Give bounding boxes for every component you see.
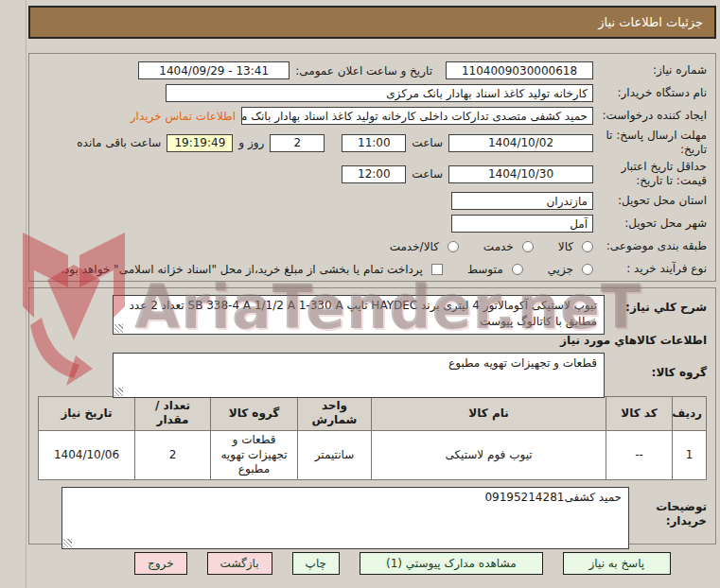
col-item-code: کد کالا: [606, 396, 673, 430]
treasury-note: پرداخت تمام یا بخشی از مبلغ خرید،از محل …: [61, 263, 423, 276]
goods-group-label: گروه کالا:: [610, 353, 707, 381]
validity-date-field[interactable]: 1404/10/30: [448, 165, 593, 183]
goods-radio[interactable]: [582, 241, 593, 252]
cell-item-name: تیوب فوم لاستیکی: [372, 430, 606, 479]
goods-group-textarea[interactable]: قطعات و تجهیزات تهویه مطبوع: [113, 353, 605, 398]
minor-radio[interactable]: [582, 264, 593, 275]
announce-datetime-field[interactable]: 1404/09/29 - 13:41: [138, 61, 290, 79]
col-item-group: گروه کالا: [211, 396, 298, 430]
cell-item-code: --: [606, 430, 673, 479]
row-response-deadline: مهلت ارسال پاسخ: تا تاریخ: 1404/10/02 سا…: [38, 129, 707, 157]
category-option-goods: کالا: [558, 240, 593, 253]
cell-need-date: 1404/10/06: [39, 430, 135, 479]
page-title: جزئیات اطلاعات نیاز: [598, 15, 703, 29]
goods-radio-label: کالا: [558, 240, 573, 253]
back-button[interactable]: بازگشت: [207, 552, 272, 575]
resize-grip-icon[interactable]: [114, 324, 123, 333]
cell-quantity: 2: [135, 430, 211, 479]
col-quantity: تعداد / مقدار: [135, 396, 211, 430]
row-need-number: شماره نیاز: 1104009030000618 تاریخ و ساع…: [38, 61, 707, 80]
col-unit: واحد شمارش: [298, 396, 372, 430]
city-field[interactable]: آمل: [451, 215, 593, 233]
service-radio-label: خدمت: [483, 240, 514, 253]
deadline-date-field[interactable]: 1404/10/02: [448, 134, 593, 152]
need-number-field[interactable]: 1104009030000618: [446, 61, 593, 79]
deadline-label: مهلت ارسال پاسخ: تا تاریخ:: [599, 129, 707, 157]
buyer-contact-link[interactable]: اطلاعات تماس خریدار: [131, 110, 236, 123]
request-info-panel: شماره نیاز: 1104009030000618 تاریخ و ساع…: [28, 53, 716, 282]
remaining-suffix-label: ساعت باقی مانده: [77, 136, 161, 149]
col-row-number: ردیف: [673, 396, 707, 430]
row-goods-group: گروه کالا: قطعات و تجهیزات تهویه مطبوع: [38, 353, 707, 389]
goods-section-title: اطلاعات کالاهاي مورد نیاز: [38, 334, 707, 347]
treasury-option: پرداخت تمام یا بخشی از مبلغ خرید،از محل …: [61, 263, 443, 276]
exit-button[interactable]: خروج: [134, 552, 187, 575]
page-left-divider: [26, 0, 26, 588]
treasury-checkbox[interactable]: [431, 264, 443, 275]
row-city: شهر محل تحویل: آمل: [38, 214, 707, 233]
category-option-goods-service: کالا/خدمت: [390, 240, 459, 253]
validity-hour-label: ساعت: [412, 167, 443, 181]
goods-group-text: قطعات و تجهیزات تهویه مطبوع: [448, 356, 597, 370]
resize-grip-icon[interactable]: [63, 539, 72, 547]
row-buyer-org: نام دستگاه خریدار: کارخانه تولید کاغذ اس…: [38, 83, 707, 103]
cell-item-group: قطعات و تجهیزات تهویه مطبوع: [211, 430, 298, 479]
goods-info-panel: شرح کلي نیاز: تیوپ لاستیکی آکومالاتور 4 …: [28, 287, 716, 545]
process-option-medium: متوسط: [467, 263, 523, 276]
print-button[interactable]: چاپ: [292, 552, 340, 575]
items-table-header-row: ردیف کد کالا نام کالا واحد شمارش گروه کا…: [39, 396, 707, 430]
minor-radio-label: جزیي: [548, 263, 573, 276]
remaining-days-field[interactable]: 2: [270, 134, 325, 152]
page-title-bar: جزئیات اطلاعات نیاز: [28, 6, 716, 39]
resize-grip-icon[interactable]: [114, 388, 123, 396]
buyer-org-label: نام دستگاه خریدار:: [599, 86, 707, 100]
validity-label: حداقل تاریخ اعتبار قیمت: تا تاریخ:: [599, 160, 707, 188]
province-field[interactable]: مازندران: [451, 192, 593, 210]
creator-field[interactable]: حمید کشفی متصدی تدارکات داخلی کارخانه تو…: [241, 107, 593, 125]
table-row: 1 -- تیوب فوم لاستیکی سانتیمتر قطعات و ت…: [39, 430, 707, 479]
category-label: طبقه بندی موضوعی:: [599, 239, 707, 253]
buyer-notes-text: حمید کشفی09195214281: [484, 491, 622, 504]
service-radio[interactable]: [522, 241, 534, 252]
col-need-date: تاریخ نیاز: [39, 396, 135, 430]
process-label: نوع فرآیند خرید :: [599, 262, 707, 276]
province-label: استان محل تحویل:: [599, 194, 707, 208]
medium-radio[interactable]: [512, 264, 523, 275]
days-and-label: روز و: [238, 136, 264, 149]
row-province: استان محل تحویل: مازندران: [38, 191, 707, 211]
row-price-validity: حداقل تاریخ اعتبار قیمت: تا تاریخ: 1404/…: [38, 160, 707, 188]
respond-to-need-button[interactable]: پاسخ به نیاز: [563, 552, 672, 575]
buyer-notes-label: توضیحات خریدار:: [635, 487, 707, 529]
action-buttons-bar: خروج بازگشت چاپ مشاهده مدارک پیوستي (1) …: [0, 552, 720, 577]
row-subject-category: طبقه بندی موضوعی: کالا خدمت کالا/خدمت: [38, 236, 707, 256]
row-buyer-notes: توضیحات خریدار: حمید کشفی09195214281: [38, 487, 707, 537]
category-option-service: خدمت: [483, 240, 534, 253]
need-description-text: تیوپ لاستیکی آکومالاتور 4 لیتری برند HAY…: [130, 299, 597, 328]
buyer-notes-textarea[interactable]: حمید کشفی09195214281: [61, 487, 629, 549]
buyer-org-field[interactable]: کارخانه تولید کاغذ اسناد بهادار بانک مرک…: [166, 84, 593, 102]
items-table: ردیف کد کالا نام کالا واحد شمارش گروه کا…: [38, 396, 707, 480]
need-number-label: شماره نیاز:: [599, 63, 707, 78]
process-option-minor: جزیي: [548, 263, 593, 276]
goods-service-radio-label: کالا/خدمت: [390, 240, 439, 253]
row-need-description: شرح کلي نیاز: تیوپ لاستیکی آکومالاتور 4 …: [38, 295, 707, 327]
row-request-creator: ایجاد کننده درخواست: حمید کشفی متصدی تدا…: [38, 106, 707, 126]
announce-datetime-label: تاریخ و ساعت اعلان عمومی:: [295, 64, 432, 78]
remaining-time-field[interactable]: 19:19:49: [167, 134, 233, 152]
row-purchase-process: نوع فرآیند خرید : جزیي متوسط پرداخت تمام…: [38, 259, 707, 279]
medium-radio-label: متوسط: [467, 263, 503, 276]
deadline-time-field[interactable]: 11:00: [342, 134, 406, 152]
cell-row-number: 1: [673, 430, 707, 479]
validity-time-field[interactable]: 12:00: [342, 165, 406, 183]
city-label: شهر محل تحویل:: [599, 216, 707, 231]
need-description-label: شرح کلي نیاز:: [610, 295, 707, 316]
creator-label: ایجاد کننده درخواست:: [599, 109, 707, 123]
view-attachments-button[interactable]: مشاهده مدارک پیوستي (1): [360, 552, 543, 575]
cell-unit: سانتیمتر: [298, 430, 372, 479]
goods-service-radio[interactable]: [448, 241, 459, 252]
need-description-textarea[interactable]: تیوپ لاستیکی آکومالاتور 4 لیتری برند HAY…: [113, 295, 605, 335]
deadline-hour-label: ساعت: [412, 136, 443, 149]
col-item-name: نام کالا: [372, 396, 606, 430]
